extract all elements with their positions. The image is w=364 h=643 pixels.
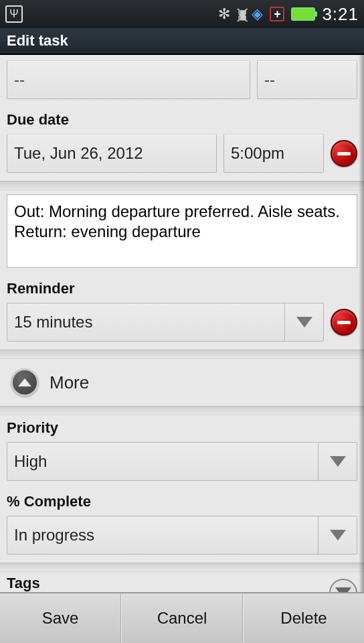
cancel-button[interactable]: Cancel (121, 593, 243, 643)
due-date-field[interactable]: Tue, Jun 26, 2012 (7, 134, 217, 173)
tags-label: Tags (7, 575, 329, 592)
more-toggle[interactable]: More (0, 359, 364, 406)
clock: 3:21 (322, 4, 359, 25)
divider (0, 350, 364, 359)
divider (0, 406, 364, 415)
percent-complete-dropdown[interactable]: In progress (7, 516, 357, 555)
chevron-up-icon (11, 368, 39, 397)
battery-icon (291, 7, 315, 21)
start-time-field[interactable]: -- (257, 60, 357, 99)
due-time-field[interactable]: 5:00pm (223, 134, 324, 173)
minus-icon (337, 321, 351, 324)
clear-reminder-button[interactable] (331, 309, 357, 336)
chevron-down-icon (318, 443, 357, 480)
divider (0, 563, 364, 572)
reminder-dropdown[interactable]: 15 minutes (7, 303, 324, 342)
save-button[interactable]: Save (0, 593, 121, 643)
bluetooth-icon: ✻ (218, 5, 230, 23)
priority-dropdown[interactable]: High (7, 442, 357, 481)
percent-complete-label: % Complete (0, 489, 364, 513)
wifi-icon: ◈ (252, 5, 263, 23)
content-scroll[interactable]: -- -- Due date Tue, Jun 26, 2012 5:00pm … (0, 55, 364, 592)
screen-title: Edit task (0, 28, 364, 55)
usb-icon: Ψ (5, 5, 23, 23)
reminder-label: Reminder (0, 276, 364, 300)
reminder-value: 15 minutes (7, 303, 284, 341)
tags-dropdown-button[interactable] (329, 579, 357, 592)
status-bar: Ψ ✻ }▮{ ◈ + 3:21 (0, 0, 364, 28)
chevron-down-icon (284, 303, 323, 341)
more-label: More (50, 372, 89, 393)
chevron-down-icon (335, 587, 351, 592)
due-date-label: Due date (0, 107, 364, 131)
start-date-field[interactable]: -- (7, 60, 250, 99)
medical-plus-icon: + (270, 7, 284, 21)
delete-button[interactable]: Delete (243, 593, 364, 643)
vibrate-icon: }▮{ (237, 6, 245, 22)
priority-value: High (7, 443, 318, 480)
percent-complete-value: In progress (7, 516, 318, 554)
divider (0, 181, 364, 190)
minus-icon (337, 152, 351, 155)
clear-due-date-button[interactable] (331, 140, 357, 167)
priority-label: Priority (0, 415, 364, 439)
notes-textarea[interactable]: Out: Morning departure preferred. Aisle … (7, 194, 357, 268)
chevron-down-icon (318, 516, 357, 554)
action-button-bar: Save Cancel Delete (0, 592, 364, 643)
